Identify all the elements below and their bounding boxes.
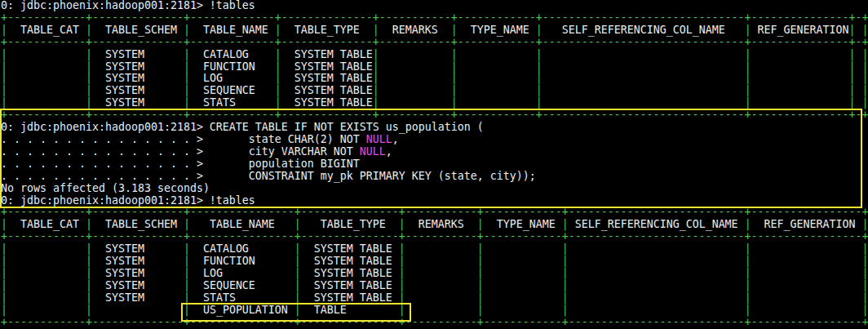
terminal-window[interactable]: 0: jdbc:phoenix:hadoop001:2181> !tables … xyxy=(0,0,868,329)
table-cell: SYSTEM xyxy=(92,72,184,84)
sql-constraint-line: . . . . . . . . . . . . . . . > CONSTRAI… xyxy=(1,171,868,183)
column-separator: | xyxy=(862,304,868,316)
table-cell xyxy=(856,84,862,96)
column-separator: | xyxy=(745,255,751,267)
tables-output-1: +------------+--------------+-----------… xyxy=(1,12,868,122)
table-cell xyxy=(458,48,536,60)
table-border: +------------+--------------+-----------… xyxy=(1,231,868,243)
table-cell xyxy=(484,291,562,304)
column-separator: | xyxy=(862,242,868,255)
table-cell: SYSTEM xyxy=(92,279,184,291)
column-separator: | xyxy=(294,304,301,316)
table-cell xyxy=(379,60,451,73)
column-separator: | xyxy=(451,72,458,84)
column-separator: | xyxy=(373,84,379,96)
table-cell xyxy=(405,279,477,291)
column-separator: | xyxy=(1,304,7,316)
column-separator: | xyxy=(184,84,190,96)
table-cell xyxy=(379,96,451,109)
table-cell: SYSTEM TABLE xyxy=(301,255,399,267)
table-cell xyxy=(751,291,862,304)
table-cell xyxy=(484,279,562,291)
table-cell: SYSTEM xyxy=(92,242,184,255)
table-cell: SYSTEM xyxy=(92,255,184,267)
sql-city-line: . . . . . . . . . . . . . . . > city VAR… xyxy=(1,146,868,158)
column-separator: | xyxy=(184,96,190,109)
column-separator: | xyxy=(451,48,458,60)
table-cell: STATS xyxy=(190,291,294,304)
result-message: No rows affected (3.183 seconds) xyxy=(1,183,868,195)
column-separator: | xyxy=(477,291,484,304)
column-separator: | xyxy=(1,291,7,304)
table-cell xyxy=(751,242,862,255)
column-separator: | xyxy=(862,48,868,60)
table-border: +------------+--------------+-----------… xyxy=(1,207,868,219)
table-row: | | SYSTEM | SEQUENCE | SYSTEM TABLE | |… xyxy=(1,280,868,292)
table-header-row: | TABLE_CAT | TABLE_SCHEM | TABLE_NAME |… xyxy=(1,24,868,37)
header-cell: TABLE_SCHEM xyxy=(92,24,184,36)
table-cell xyxy=(856,96,862,109)
column-separator: | xyxy=(86,242,92,255)
column-separator: | xyxy=(849,96,856,109)
table-cell xyxy=(569,304,745,316)
table-border: +------------+--------------+-----------… xyxy=(1,37,868,49)
column-separator: | xyxy=(294,279,301,291)
table-cell xyxy=(7,72,86,84)
column-separator: | xyxy=(275,72,281,84)
column-separator: | xyxy=(184,242,190,255)
tables-output-2: +------------+--------------+-----------… xyxy=(1,207,868,328)
table-cell xyxy=(569,242,745,255)
table-row: | | SYSTEM | CATALOG | SYSTEM TABLE | | … xyxy=(1,243,868,256)
table-cell: SEQUENCE xyxy=(190,84,275,96)
table-cell: TABLE xyxy=(301,304,399,316)
header-cell: TABLE_TYPE xyxy=(301,218,399,230)
column-separator: | xyxy=(849,84,856,96)
table-cell xyxy=(458,72,536,84)
table-cell: CATALOG xyxy=(190,48,275,60)
column-separator: | xyxy=(399,255,405,267)
sql-text: . . . . . . . . . . . . . . . > state CH… xyxy=(1,133,366,145)
table-cell xyxy=(856,60,862,73)
column-separator: | xyxy=(86,48,92,60)
table-cell xyxy=(7,291,86,304)
table-cell xyxy=(569,279,745,291)
table-cell xyxy=(751,304,862,316)
column-separator: | xyxy=(86,96,92,109)
table-cell xyxy=(92,304,184,316)
table-cell xyxy=(484,255,562,267)
column-separator: | xyxy=(451,24,458,36)
table-cell: SYSTEM xyxy=(92,48,184,60)
table-cell xyxy=(7,242,86,255)
header-cell: TYPE_NAME xyxy=(458,24,536,36)
column-separator: | xyxy=(86,255,92,267)
table-row: | | SYSTEM | LOG | SYSTEM TABLE| | | | |… xyxy=(1,73,868,85)
sql-text: , xyxy=(392,133,399,145)
column-separator: | xyxy=(536,96,542,109)
column-separator: | xyxy=(294,255,301,267)
table-row: | | SYSTEM | STATS | SYSTEM TABLE| | | |… xyxy=(1,97,868,109)
table-cell xyxy=(458,96,536,109)
table-border: +------------+--------------+-----------… xyxy=(1,317,868,329)
column-separator: | xyxy=(184,291,190,304)
table-cell xyxy=(751,84,849,96)
table-cell xyxy=(7,48,86,60)
table-cell xyxy=(405,304,477,316)
column-separator: | xyxy=(373,60,379,73)
header-cell: REF_GENERATION xyxy=(751,218,862,230)
column-separator: | xyxy=(862,218,868,230)
column-separator: | xyxy=(745,218,751,230)
column-separator: | xyxy=(399,279,405,291)
table-cell: SYSTEM xyxy=(92,60,184,73)
header-cell xyxy=(856,24,862,36)
table-cell: SYSTEM TABLE xyxy=(281,72,373,84)
table-cell xyxy=(379,84,451,96)
column-separator: | xyxy=(745,304,751,316)
column-separator: | xyxy=(477,218,484,230)
column-separator: | xyxy=(477,242,484,255)
column-separator: | xyxy=(184,304,190,316)
column-separator: | xyxy=(373,72,379,84)
column-separator: | xyxy=(184,72,190,84)
column-separator: | xyxy=(1,24,7,36)
column-separator: | xyxy=(1,72,7,84)
column-separator: | xyxy=(451,60,458,73)
